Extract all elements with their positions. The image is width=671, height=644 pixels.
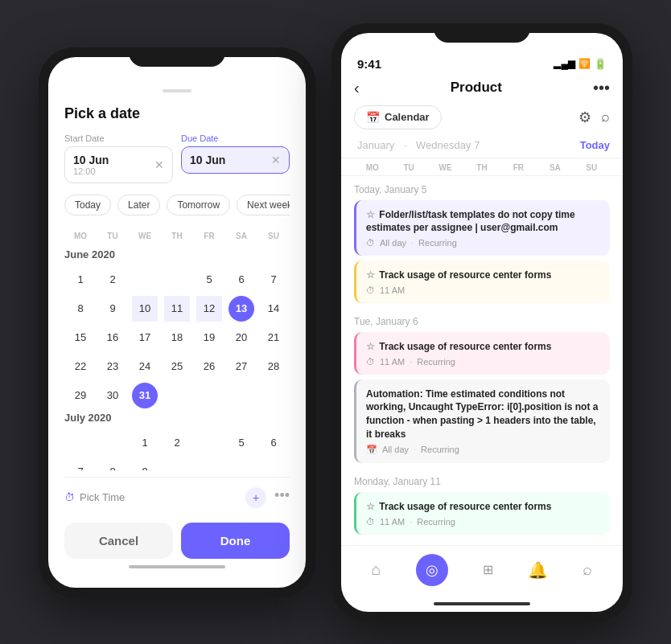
dh-we: WE — [427, 163, 463, 172]
more-menu-button[interactable]: ••• — [593, 79, 610, 97]
task-card-3[interactable]: ☆ Track usage of resource center forms ⏱… — [354, 332, 610, 375]
july-month-label: July 2020 — [64, 412, 290, 424]
search-nav-button[interactable]: ⌕ — [582, 560, 592, 579]
cal-jun-19[interactable]: 19 — [196, 325, 222, 351]
filter-button[interactable]: ⚙ — [578, 109, 591, 126]
sheet-handle — [163, 89, 191, 92]
cal-jun-15[interactable]: 15 — [68, 325, 93, 351]
cal-jul-1[interactable]: 1 — [132, 430, 158, 456]
quick-later[interactable]: Later — [117, 195, 160, 215]
explore-nav-button[interactable]: ◎ — [416, 554, 448, 586]
quick-tomorrow[interactable]: Tomorrow — [167, 195, 230, 215]
cal-jun-13[interactable]: 13 — [228, 296, 254, 322]
dh-sa: SA — [537, 163, 573, 172]
cal-jun-24[interactable]: 24 — [132, 354, 158, 379]
cal-jul-7[interactable]: 7 — [68, 459, 93, 470]
task-recurring-1: Recurring — [418, 238, 457, 248]
phone-notch — [129, 47, 225, 67]
cal-jun-27[interactable]: 27 — [228, 354, 254, 379]
cal-jun-30[interactable]: 30 — [100, 383, 126, 408]
cal-jun-25[interactable]: 25 — [164, 354, 190, 379]
task-meta-3: ⏱ 11 AM · Recurring — [366, 357, 600, 367]
task-card-2[interactable]: ☆ Track usage of resource center forms ⏱… — [354, 260, 610, 303]
cal-jun-31[interactable]: 31 — [132, 383, 158, 408]
back-button[interactable]: ‹ — [354, 79, 360, 97]
cal-jul-2[interactable]: 2 — [164, 430, 190, 456]
home-nav-button[interactable]: ⌂ — [372, 560, 381, 579]
cal-jul-9[interactable]: 9 — [132, 459, 158, 470]
start-date-field: Start Date 10 Jun 12:00 ✕ — [64, 133, 173, 183]
cal-jun-22[interactable]: 22 — [68, 354, 93, 379]
cal-jun-17[interactable]: 17 — [132, 325, 158, 351]
add-time-button[interactable]: + — [245, 487, 266, 508]
task-card-4[interactable]: Automation: Time estimated conditions no… — [354, 379, 610, 463]
cal-jun-6[interactable]: 6 — [228, 267, 254, 293]
notifications-nav-button[interactable]: 🔔 — [528, 560, 548, 580]
wifi-icon: 🛜 — [578, 58, 591, 69]
search-button[interactable]: ⌕ — [601, 109, 610, 126]
task-meta-5: ⏱ 11 AM · Recurring — [366, 517, 600, 527]
start-date-input[interactable]: 10 Jun 12:00 ✕ — [64, 146, 173, 183]
cal-jun-1[interactable]: 1 — [68, 267, 93, 293]
day-headers: MO TU WE TH FR SA SU — [341, 158, 623, 176]
quick-today[interactable]: Today — [64, 195, 111, 215]
due-date-input[interactable]: 10 Jun ✕ — [181, 146, 290, 174]
cal-jul-8[interactable]: 8 — [100, 459, 126, 470]
day-su: SU — [257, 228, 290, 244]
task-title-5: ☆ Track usage of resource center forms — [366, 500, 600, 514]
more-options-button[interactable]: ••• — [274, 487, 290, 508]
cal-jun-14[interactable]: 14 — [261, 296, 286, 322]
july-grid: 1 2 5 6 7 8 9 — [64, 430, 290, 470]
dh-fr: FR — [500, 163, 537, 172]
nav-header: ‹ Product ••• — [341, 74, 623, 105]
calendar-tab[interactable]: 📅 Calendar — [354, 105, 442, 129]
cal-jun-2[interactable]: 2 — [100, 267, 126, 293]
task-time-1: All day — [380, 238, 406, 248]
task-title-4: Automation: Time estimated conditions no… — [366, 388, 600, 441]
quick-next-week[interactable]: Next week — [237, 195, 290, 215]
cal-jun-18[interactable]: 18 — [164, 325, 190, 351]
cal-jun-8[interactable]: 8 — [68, 296, 93, 322]
cal-jun-29[interactable]: 29 — [68, 383, 93, 408]
cal-jun-16[interactable]: 16 — [100, 325, 126, 351]
task-time-2: 11 AM — [380, 285, 405, 295]
cal-jun-12[interactable]: 12 — [196, 296, 222, 322]
cal-jun-5[interactable]: 5 — [196, 267, 222, 293]
task-card-5[interactable]: ☆ Track usage of resource center forms ⏱… — [354, 492, 610, 535]
task-title-3: ☆ Track usage of resource center forms — [366, 340, 600, 354]
date-month: January — [357, 139, 394, 151]
task-icon-5: ☆ — [366, 500, 375, 514]
start-date-sub: 12:00 — [73, 166, 109, 176]
cal-jun-21[interactable]: 21 — [261, 325, 286, 351]
cal-jun-9[interactable]: 9 — [100, 296, 126, 322]
cal-jul-5[interactable]: 5 — [228, 430, 254, 456]
task-icon-2: ☆ — [366, 269, 375, 282]
cal-jun-20[interactable]: 20 — [228, 325, 254, 351]
cancel-button[interactable]: Cancel — [64, 523, 173, 559]
cal-jun-23[interactable]: 23 — [100, 354, 126, 379]
cal-jun-26[interactable]: 26 — [196, 354, 222, 379]
page-title: Product — [451, 80, 502, 96]
calendar-tab-row: 📅 Calendar ⚙ ⌕ — [341, 105, 623, 136]
day-fr: FR — [193, 228, 225, 244]
start-date-clear[interactable]: ✕ — [154, 158, 164, 171]
today-button[interactable]: Today — [580, 139, 610, 151]
home-indicator-left — [129, 565, 225, 568]
calendar-tab-icon: 📅 — [366, 111, 380, 124]
section-label-jan6: Tue, January 6 — [354, 308, 610, 332]
due-date-clear[interactable]: ✕ — [271, 154, 281, 166]
tab-actions: ⚙ ⌕ — [578, 109, 610, 126]
cal-jun-7[interactable]: 7 — [261, 267, 286, 293]
cal-jun-11[interactable]: 11 — [164, 296, 190, 322]
task-recurring-3: Recurring — [417, 357, 455, 367]
pick-time-left: ⏱ Pick Time — [64, 491, 125, 503]
section-label-jan5: Today, January 5 — [354, 176, 610, 200]
task-icon-clock-1: ⏱ — [366, 238, 375, 248]
cal-jul-6[interactable]: 6 — [261, 430, 286, 456]
pick-time-actions: + ••• — [245, 487, 290, 508]
done-button[interactable]: Done — [181, 523, 290, 559]
apps-nav-button[interactable]: ⊞ — [483, 562, 493, 577]
task-card-1[interactable]: ☆ Folder/list/task templates do not copy… — [354, 200, 610, 256]
cal-jun-10[interactable]: 10 — [132, 296, 158, 322]
cal-jun-28[interactable]: 28 — [261, 354, 286, 379]
